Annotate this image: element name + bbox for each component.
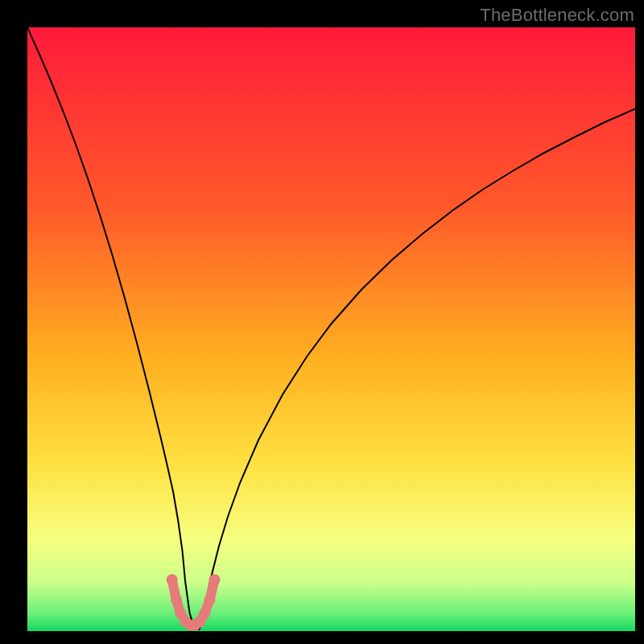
chart-svg: [27, 27, 635, 631]
marker-dot: [167, 574, 178, 585]
watermark-text: TheBottleneck.com: [480, 5, 634, 26]
marker-dot: [204, 594, 216, 605]
plot-area: [27, 27, 635, 631]
chart-frame: TheBottleneck.com: [0, 0, 644, 644]
marker-dot: [199, 608, 210, 619]
marker-dot: [171, 594, 182, 605]
gradient-background: [27, 27, 635, 631]
marker-dot: [209, 574, 221, 585]
